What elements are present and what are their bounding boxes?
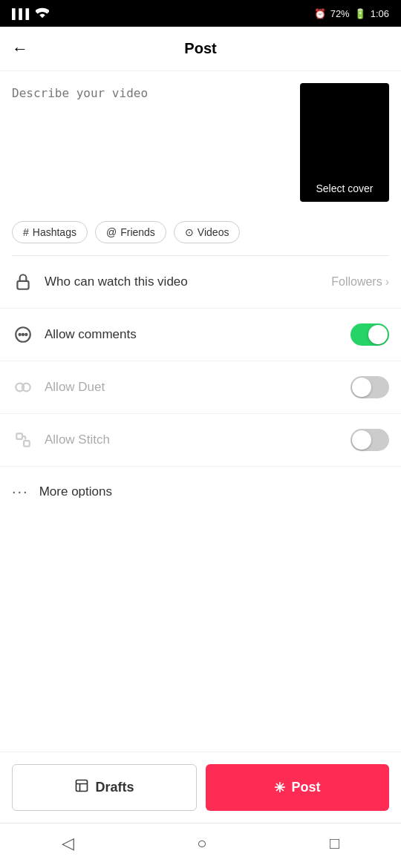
play-icon: ⊙	[185, 226, 194, 238]
drafts-label: Drafts	[95, 780, 134, 795]
header: ← Post	[0, 27, 401, 71]
bottom-buttons: Drafts ✳ Post	[0, 752, 401, 823]
allow-comments-toggle[interactable]	[351, 323, 389, 346]
duet-icon	[12, 376, 34, 398]
select-cover-label: Select cover	[316, 183, 373, 194]
nav-recents-button[interactable]: □	[330, 834, 339, 853]
followers-text: Followers	[331, 275, 382, 289]
svg-rect-8	[24, 441, 30, 447]
battery-icon: 🔋	[354, 8, 366, 19]
hashtags-label: Hashtags	[33, 226, 76, 238]
hashtag-icon: #	[23, 226, 29, 238]
comment-icon	[12, 323, 34, 346]
who-can-watch-row[interactable]: Who can watch this video Followers ›	[0, 256, 401, 309]
tags-row: # Hashtags @ Friends ⊙ Videos	[0, 214, 401, 255]
post-icon: ✳	[274, 780, 285, 796]
allow-comments-row: Allow comments	[0, 309, 401, 361]
lock-icon	[12, 271, 34, 293]
nav-home-button[interactable]: ○	[197, 834, 206, 853]
status-bar: ▌▌▌ ⏰ 72% 🔋 1:06	[0, 0, 401, 27]
nav-recents-icon: □	[330, 834, 339, 852]
videos-label: Videos	[198, 226, 229, 238]
allow-stitch-row: Allow Stitch	[0, 414, 401, 467]
back-button[interactable]: ←	[12, 39, 28, 59]
svg-rect-9	[76, 780, 88, 792]
allow-duet-row: Allow Duet	[0, 361, 401, 414]
svg-point-4	[25, 334, 27, 335]
allow-duet-label: Allow Duet	[45, 380, 340, 395]
page-title: Post	[184, 40, 216, 57]
drafts-button[interactable]: Drafts	[12, 764, 197, 811]
hashtags-button[interactable]: # Hashtags	[12, 221, 88, 243]
post-button[interactable]: ✳ Post	[206, 764, 389, 811]
allow-comments-label: Allow comments	[45, 327, 340, 342]
more-dots-icon: ···	[12, 483, 29, 500]
allow-duet-toggle[interactable]	[351, 376, 389, 398]
allow-stitch-toggle[interactable]	[351, 429, 389, 451]
wifi-icon	[36, 7, 49, 20]
stitch-icon	[12, 429, 34, 451]
status-right: ⏰ 72% 🔋 1:06	[314, 8, 389, 19]
nav-back-button[interactable]: ◁	[62, 834, 74, 853]
nav-home-icon: ○	[197, 834, 206, 852]
svg-point-2	[19, 334, 21, 335]
video-description-row: Select cover	[0, 71, 401, 214]
videos-button[interactable]: ⊙ Videos	[174, 221, 241, 243]
video-thumbnail[interactable]: Select cover	[300, 83, 389, 202]
chevron-right-icon: ›	[385, 275, 389, 289]
more-options-row[interactable]: ··· More options	[0, 467, 401, 516]
more-options-label: More options	[39, 484, 112, 499]
signal-icon: ▌▌▌	[12, 8, 33, 19]
svg-point-3	[22, 334, 24, 335]
post-label: Post	[291, 780, 320, 795]
svg-rect-7	[16, 433, 22, 439]
svg-rect-0	[17, 281, 28, 289]
options-list: Who can watch this video Followers › All…	[0, 256, 401, 634]
who-watch-value: Followers ›	[331, 275, 389, 289]
time-display: 1:06	[371, 8, 389, 19]
at-icon: @	[106, 226, 117, 238]
allow-stitch-label: Allow Stitch	[45, 433, 340, 447]
who-watch-label: Who can watch this video	[45, 274, 321, 289]
battery-text: 72%	[330, 8, 350, 19]
nav-back-icon: ◁	[62, 834, 74, 852]
friends-button[interactable]: @ Friends	[95, 221, 166, 243]
drafts-icon	[74, 778, 89, 797]
alarm-icon: ⏰	[314, 8, 326, 19]
friends-label: Friends	[120, 226, 155, 238]
video-description-input[interactable]	[12, 83, 291, 187]
nav-bar: ◁ ○ □	[0, 823, 401, 868]
status-left: ▌▌▌	[12, 7, 49, 20]
back-arrow-icon: ←	[12, 39, 28, 58]
